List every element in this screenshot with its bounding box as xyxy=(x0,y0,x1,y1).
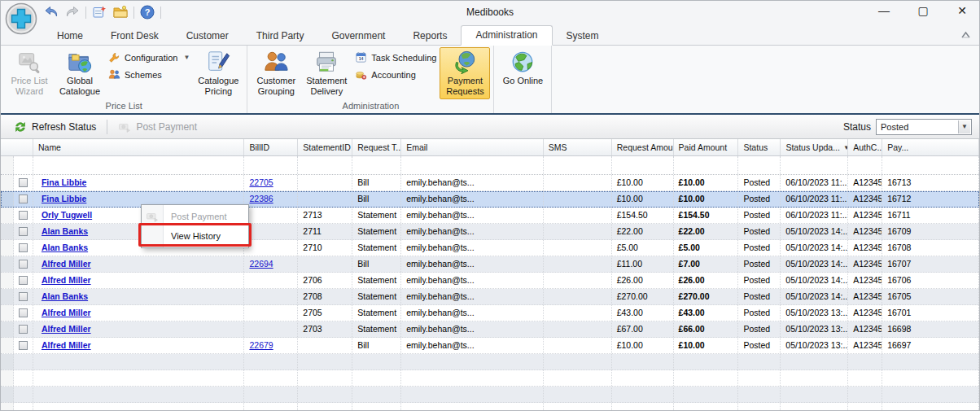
statement-delivery-button[interactable]: Statement Delivery xyxy=(301,47,352,99)
row-checkbox[interactable] xyxy=(19,325,28,334)
tab-government[interactable]: Government xyxy=(317,27,399,46)
filter-cell[interactable] xyxy=(612,156,674,174)
row-checkbox[interactable] xyxy=(19,243,28,252)
filter-cell[interactable] xyxy=(781,156,848,174)
customer-name-link[interactable]: Alfred Miller xyxy=(42,275,91,285)
table-row[interactable]: Alfred Miller22694Billemily.behan@ts...£… xyxy=(1,256,979,273)
table-row[interactable]: Alfred Miller2705Statementemily.behan@ts… xyxy=(1,305,979,321)
table-row[interactable]: Alfred Miller2706Statementemily.behan@ts… xyxy=(1,273,979,289)
row-checkbox[interactable] xyxy=(19,260,28,269)
bill-id-link[interactable]: 22679 xyxy=(249,340,273,350)
column-header-email[interactable]: Email xyxy=(401,139,544,155)
customer-grouping-button[interactable]: Customer Grouping xyxy=(251,47,301,99)
filter-cell[interactable] xyxy=(33,156,245,174)
collapse-ribbon-icon[interactable] xyxy=(960,28,971,42)
filter-cell[interactable] xyxy=(352,156,401,174)
grid-filter-row[interactable] xyxy=(1,156,979,175)
filter-cell[interactable] xyxy=(882,156,979,174)
table-row[interactable]: Alfred Miller22679Billemily.behan@ts...£… xyxy=(1,338,979,354)
tab-administration[interactable]: Administration xyxy=(461,25,552,46)
chevron-down-icon[interactable]: ▼ xyxy=(958,120,970,133)
row-checkbox[interactable] xyxy=(19,292,28,301)
column-header-pay[interactable]: Pay... xyxy=(882,139,979,155)
maximize-button[interactable]: ▢ xyxy=(914,4,932,17)
context-menu-view-history[interactable]: View History xyxy=(142,226,248,246)
configuration-button[interactable]: Configuration▼ xyxy=(108,51,190,63)
row-checkbox[interactable] xyxy=(19,211,28,220)
column-header-bill_id[interactable]: BillID xyxy=(244,139,298,155)
cell-value: Statement xyxy=(357,324,396,334)
cell-request_amount: £67.00 xyxy=(612,321,674,337)
refresh-status-button[interactable]: Refresh Status xyxy=(8,118,102,136)
bill-id-link[interactable]: 22386 xyxy=(249,194,273,203)
status-dropdown-value: Posted xyxy=(881,122,908,132)
row-checkbox[interactable] xyxy=(19,195,28,203)
tab-third-party[interactable]: Third Party xyxy=(243,27,318,46)
minimize-button[interactable]: — xyxy=(875,4,893,17)
tab-reports[interactable]: Reports xyxy=(399,27,461,46)
column-header-status[interactable]: Status xyxy=(738,139,781,155)
customer-name-link[interactable]: Orly Tugwell xyxy=(42,210,92,220)
column-header-name[interactable]: Name xyxy=(33,139,245,155)
filter-cell[interactable] xyxy=(544,156,612,174)
column-header-auth_code[interactable]: AuthC... xyxy=(848,139,882,155)
customer-name-link[interactable]: Fina Libbie xyxy=(42,177,86,187)
column-header-statement_id[interactable]: StatementID xyxy=(298,139,352,155)
row-checkbox[interactable] xyxy=(19,178,28,187)
cell-bill_id xyxy=(244,321,298,337)
post-payment-button[interactable]: Post Payment xyxy=(112,118,203,136)
row-checkbox[interactable] xyxy=(19,308,28,317)
bill-id-link[interactable]: 22705 xyxy=(249,177,273,187)
global-catalogue-button[interactable]: Global Catalogue xyxy=(55,47,105,99)
column-header-status_updated[interactable]: Status Upda...▼ xyxy=(781,139,848,155)
filter-cell[interactable] xyxy=(401,156,544,174)
row-checkbox[interactable] xyxy=(19,341,28,350)
catalogue-pricing-button[interactable]: Catalogue Pricing xyxy=(193,47,243,99)
bill-id-link[interactable]: 22694 xyxy=(249,259,273,269)
cell-value: £154.50 xyxy=(617,210,648,220)
column-header-sms[interactable]: SMS xyxy=(544,139,612,155)
task-scheduling-button[interactable]: 14Task Scheduling xyxy=(355,51,436,63)
customer-name-link[interactable]: Alan Banks xyxy=(42,226,88,236)
chevron-down-icon[interactable]: ▼ xyxy=(183,54,190,61)
schemes-button[interactable]: Schemes xyxy=(108,68,190,81)
filter-cell[interactable] xyxy=(738,156,781,174)
customer-name-link[interactable]: Alan Banks xyxy=(42,291,88,301)
tab-home[interactable]: Home xyxy=(43,27,97,46)
price-list-wizard-button[interactable]: Price List Wizard xyxy=(4,47,55,99)
filter-cell[interactable] xyxy=(244,156,298,174)
column-header-paid_amount[interactable]: Paid Amount xyxy=(674,139,739,155)
filter-cell[interactable] xyxy=(674,156,739,174)
application-menu-button[interactable] xyxy=(5,2,37,35)
cell-status: Posted xyxy=(738,208,781,223)
filter-cell[interactable] xyxy=(1,156,33,174)
table-row[interactable]: Alfred Miller2703Statementemily.behan@ts… xyxy=(1,321,979,338)
cell-value: Posted xyxy=(743,243,770,252)
table-row[interactable]: Fina Libbie22705Billemily.behan@ts...£10… xyxy=(1,175,979,191)
customer-name-link[interactable]: Alan Banks xyxy=(42,243,88,252)
close-button[interactable]: ✕ xyxy=(953,4,971,17)
tab-customer[interactable]: Customer xyxy=(173,27,243,46)
row-checkbox[interactable] xyxy=(19,227,28,236)
customer-name-link[interactable]: Alfred Miller xyxy=(42,308,91,317)
tab-system[interactable]: System xyxy=(553,27,613,46)
column-header-request_type[interactable]: Request T... xyxy=(352,139,401,155)
column-header-request_amount[interactable]: Request Amou... xyxy=(612,139,674,155)
customer-name-link[interactable]: Alfred Miller xyxy=(42,340,91,350)
go-online-button[interactable]: Go Online xyxy=(497,47,548,99)
customer-name-link[interactable]: Alfred Miller xyxy=(42,259,91,269)
filter-cell[interactable] xyxy=(848,156,882,174)
status-dropdown[interactable]: Posted ▼ xyxy=(876,119,972,135)
filter-cell[interactable] xyxy=(298,156,352,174)
customer-name-link[interactable]: Alfred Miller xyxy=(42,324,91,334)
payment-requests-button[interactable]: Payment Requests xyxy=(440,47,490,99)
cell-value: £10.00 xyxy=(679,194,705,203)
customer-name-link[interactable]: Fina Libbie xyxy=(42,194,86,203)
row-checkbox[interactable] xyxy=(19,276,28,285)
column-header-label: StatementID xyxy=(303,142,350,152)
accounting-button[interactable]: Accounting xyxy=(355,68,436,81)
tab-front-desk[interactable]: Front Desk xyxy=(97,27,173,46)
table-row[interactable]: Alan Banks2708Statementemily.behan@ts...… xyxy=(1,289,979,305)
context-menu-post-payment[interactable]: Post Payment xyxy=(142,207,248,226)
button-label: Accounting xyxy=(371,70,415,80)
